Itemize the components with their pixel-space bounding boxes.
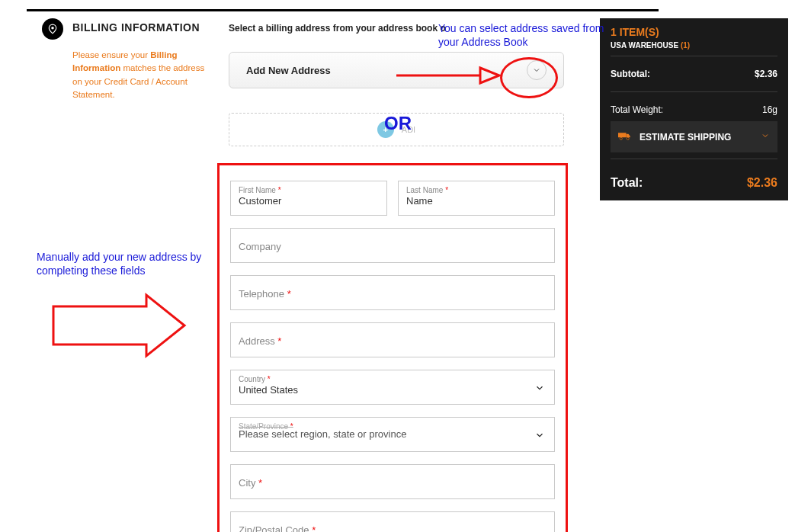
order-summary: 1 ITEM(S) USA WAREHOUSE (1) Subtotal:$2.…: [600, 18, 788, 200]
svg-point-0: [51, 27, 54, 30]
annotation-top: You can select address saved from your A…: [438, 21, 606, 49]
estimate-label: ESTIMATE SHIPPING: [640, 132, 731, 143]
svg-point-2: [620, 137, 622, 139]
annotation-arrow-left: [47, 291, 192, 360]
chevron-down-icon: [534, 383, 545, 396]
total-value: $2.36: [747, 176, 777, 190]
weight-value: 16g: [762, 104, 777, 115]
new-address-form: First Name * Customer Last Name * Name C…: [217, 163, 568, 532]
annotation-left: Manually add your new address by complet…: [37, 250, 212, 277]
telephone-field[interactable]: Telephone *: [230, 275, 555, 310]
weight-label: Total Weight:: [611, 104, 663, 115]
annotation-circle: [500, 57, 558, 98]
billing-heading: BILLING INFORMATION: [72, 21, 200, 34]
company-field[interactable]: Company: [230, 228, 555, 263]
subtotal-value: $2.36: [755, 69, 777, 79]
country-select[interactable]: Country * United States: [230, 370, 555, 405]
address-dropdown-label: Add New Address: [246, 65, 331, 76]
state-select[interactable]: State/Province * Please select region, s…: [230, 417, 555, 452]
svg-point-3: [627, 137, 629, 139]
location-icon: [42, 18, 63, 40]
last-name-field[interactable]: Last Name * Name: [398, 181, 555, 216]
svg-marker-5: [480, 68, 499, 83]
chevron-down-icon: [761, 131, 770, 143]
total-label: Total:: [611, 176, 643, 190]
address-field[interactable]: Address *: [230, 322, 555, 357]
annotation-or: OR: [384, 113, 412, 134]
billing-warning: Please ensure your Billing Information m…: [72, 49, 213, 101]
city-field[interactable]: City *: [230, 464, 555, 499]
first-name-field[interactable]: First Name * Customer: [230, 181, 387, 216]
chevron-down-icon: [534, 430, 545, 443]
svg-rect-1: [618, 133, 627, 137]
zip-field[interactable]: Zip/Postal Code *: [230, 511, 555, 532]
annotation-arrow-top: [396, 64, 503, 87]
estimate-shipping-toggle[interactable]: ESTIMATE SHIPPING: [611, 121, 777, 152]
subtotal-label: Subtotal:: [611, 69, 650, 79]
item-count: 1 ITEM(S): [611, 26, 777, 38]
truck-icon: [618, 130, 632, 143]
warehouse-line: USA WAREHOUSE (1): [611, 41, 777, 50]
